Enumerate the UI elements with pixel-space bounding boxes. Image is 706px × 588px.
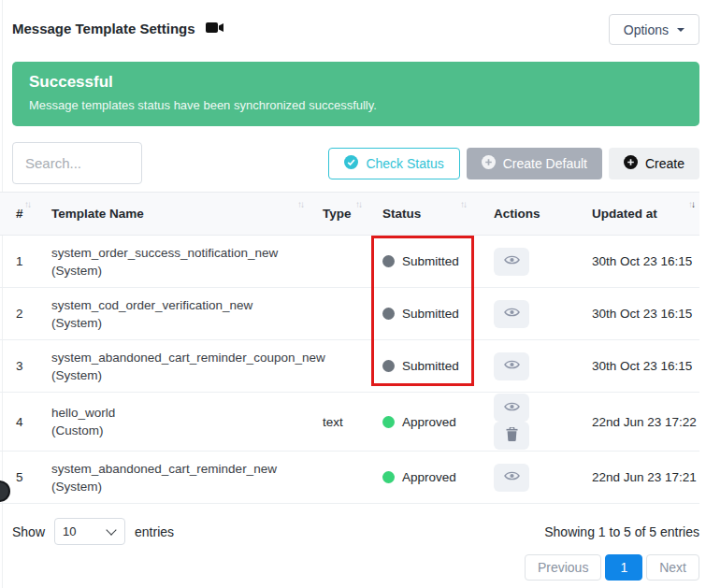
- status-label: Approved: [402, 415, 456, 429]
- template-name-cell: system_cod_order_verification_new (Syste…: [36, 288, 309, 340]
- status-dot: [382, 308, 395, 320]
- trash-icon: [506, 427, 518, 444]
- sort-arrows-icon: ↑↓: [460, 199, 466, 209]
- showing-entries-text: Showing 1 to 5 of 5 entries: [544, 524, 699, 539]
- sort-arrows-icon: ↑↓: [297, 199, 303, 209]
- sort-arrows-icon: ↑↓: [355, 199, 361, 209]
- toolbar: Check Status Create Default Create: [12, 142, 699, 184]
- toolbar-buttons: Check Status Create Default Create: [328, 148, 699, 179]
- template-origin: (System): [51, 366, 308, 384]
- plus-circle-icon: [482, 155, 496, 172]
- check-status-button[interactable]: Check Status: [328, 148, 459, 179]
- search-input[interactable]: [12, 142, 142, 184]
- create-default-label: Create Default: [503, 156, 587, 171]
- column-header-number[interactable]: # ↑↓: [0, 193, 36, 236]
- success-alert: Successful Message templates status have…: [12, 62, 699, 126]
- previous-page-button[interactable]: Previous: [525, 554, 601, 581]
- table-header-row: # ↑↓ Template Name ↑↓ Type ↑↓ Status ↑↓: [0, 193, 699, 236]
- plus-circle-icon: [624, 155, 638, 172]
- template-origin: (Custom): [51, 422, 308, 439]
- message-template-settings-page: Message Template Settings Options Succes…: [0, 0, 706, 588]
- status-cell: Approved: [367, 393, 471, 452]
- eye-icon: [504, 401, 520, 415]
- page-title: Message Template Settings: [12, 21, 224, 36]
- actions-cell: [471, 393, 572, 452]
- template-type: [309, 236, 367, 288]
- column-header-type[interactable]: Type ↑↓: [309, 193, 367, 236]
- template-name: system_abandoned_cart_reminder_new: [51, 460, 308, 478]
- status-label: Submitted: [402, 307, 459, 321]
- eye-icon: [504, 254, 520, 268]
- row-number: 4: [0, 393, 36, 452]
- template-origin: (System): [51, 478, 308, 495]
- updated-at: 30th Oct 23 16:15: [572, 340, 699, 393]
- check-circle-icon: [344, 155, 358, 172]
- column-header-updated-at[interactable]: Updated at ↑↓: [572, 193, 699, 236]
- template-name-cell: system_abandoned_cart_reminder_new (Syst…: [36, 452, 309, 504]
- caret-down-icon: [677, 28, 684, 32]
- table-row: 4 hello_world (Custom) text Approved 22n…: [0, 393, 699, 452]
- table-row: 3 system_abandoned_cart_reminder_coupon_…: [0, 340, 699, 393]
- table-row: 2 system_cod_order_verification_new (Sys…: [0, 288, 699, 340]
- next-page-button[interactable]: Next: [646, 554, 699, 581]
- sort-arrows-icon: ↑↓: [688, 199, 694, 209]
- actions-cell: [471, 452, 572, 504]
- page-size-wrapper: 10: [54, 518, 125, 545]
- column-header-actions: Actions: [471, 193, 572, 236]
- options-button-label: Options: [624, 22, 669, 37]
- template-type: [309, 288, 367, 340]
- view-button[interactable]: [494, 464, 529, 492]
- table-row: 5 system_abandoned_cart_reminder_new (Sy…: [0, 452, 699, 504]
- entries-label: entries: [135, 524, 174, 539]
- template-type: [309, 452, 367, 504]
- create-label: Create: [645, 156, 684, 171]
- template-type: text: [309, 393, 367, 452]
- status-label: Submitted: [402, 359, 459, 373]
- status-cell: Submitted: [367, 236, 471, 288]
- status-cell: Approved: [367, 452, 471, 504]
- column-header-template-name[interactable]: Template Name ↑↓: [36, 193, 309, 236]
- row-number: 3: [0, 340, 36, 393]
- actions-cell: [471, 236, 572, 288]
- template-name-cell: hello_world (Custom): [36, 393, 309, 452]
- row-number: 2: [0, 288, 36, 340]
- create-button[interactable]: Create: [609, 148, 699, 179]
- view-button[interactable]: [494, 394, 529, 422]
- updated-at: 30th Oct 23 16:15: [572, 288, 699, 340]
- page-1-button[interactable]: 1: [605, 554, 642, 581]
- eye-icon: [504, 359, 520, 373]
- status-dot: [382, 416, 395, 428]
- create-default-button[interactable]: Create Default: [467, 148, 602, 179]
- page-title-text: Message Template Settings: [12, 21, 195, 36]
- status-cell: Submitted: [367, 288, 471, 340]
- actions-cell: [471, 340, 572, 393]
- template-name: hello_world: [51, 404, 308, 422]
- page-size-select[interactable]: 10: [54, 518, 125, 545]
- template-name-cell: system_abandoned_cart_reminder_coupon_ne…: [36, 340, 309, 393]
- status-label: Approved: [402, 470, 456, 484]
- template-origin: (System): [51, 262, 308, 280]
- view-button[interactable]: [494, 352, 529, 380]
- column-header-status[interactable]: Status ↑↓: [367, 193, 471, 236]
- template-origin: (System): [51, 314, 308, 332]
- table-footer: Show 10 entries Showing 1 to 5 of 5 entr…: [12, 518, 699, 545]
- status-dot: [382, 471, 395, 483]
- view-button[interactable]: [494, 300, 529, 328]
- updated-at: 22nd Jun 23 17:22: [572, 393, 699, 452]
- status-label: Submitted: [402, 254, 459, 268]
- show-label: Show: [12, 524, 45, 539]
- eye-icon: [504, 307, 520, 321]
- view-button[interactable]: [494, 248, 529, 276]
- table-row: 1 system_order_success_notification_new …: [0, 236, 699, 288]
- template-name: system_cod_order_verification_new: [51, 296, 308, 314]
- page-header: Message Template Settings Options: [0, 0, 706, 45]
- templates-table: # ↑↓ Template Name ↑↓ Type ↑↓ Status ↑↓: [0, 192, 699, 504]
- delete-button[interactable]: [494, 422, 529, 450]
- options-button[interactable]: Options: [609, 14, 699, 45]
- alert-message: Message templates status have been synch…: [29, 98, 683, 112]
- template-name: system_order_success_notification_new: [51, 244, 308, 262]
- template-name-cell: system_order_success_notification_new (S…: [36, 236, 309, 288]
- status-dot: [382, 255, 395, 267]
- template-name: system_abandoned_cart_reminder_coupon_ne…: [51, 349, 308, 366]
- video-camera-icon: [206, 21, 224, 36]
